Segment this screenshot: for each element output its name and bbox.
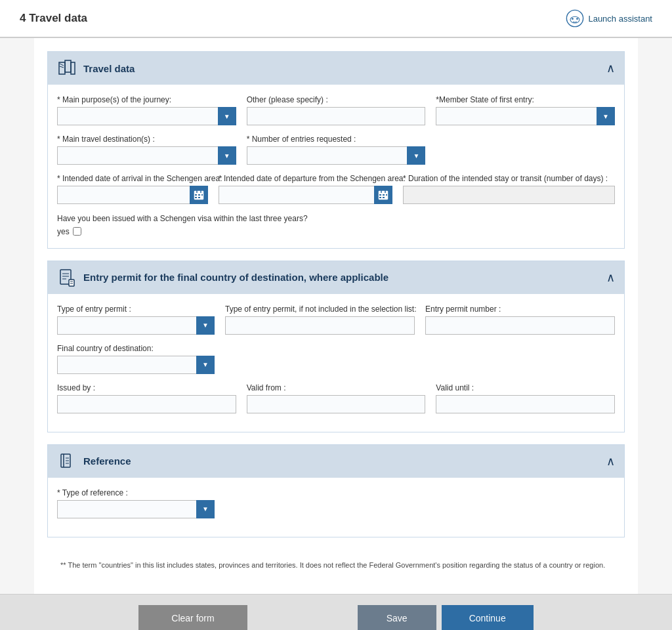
svg-rect-17: [379, 191, 388, 194]
launch-assistant-label: Launch assistant: [588, 14, 652, 24]
svg-rect-6: [71, 62, 75, 74]
final-country-select[interactable]: [57, 356, 215, 374]
member-state-select[interactable]: [436, 107, 615, 125]
type-of-permit-select[interactable]: [57, 316, 215, 335]
member-state-group: *Member State of first entry:: [436, 95, 615, 125]
duration-group: * Duration of the intended stay or trans…: [403, 174, 615, 204]
arrival-date-group: * Intended date of arrival in the Scheng…: [57, 174, 208, 204]
main-destination-group: * Main travel destination(s) :: [57, 135, 236, 165]
type-of-reference-label: * Type of reference :: [57, 488, 215, 497]
valid-from-input[interactable]: [247, 395, 426, 413]
main-purpose-group: * Main purpose(s) of the journey:: [57, 95, 236, 125]
other-specify-input[interactable]: [247, 107, 426, 125]
valid-until-label: Valid until :: [436, 383, 615, 392]
member-state-select-wrapper: [436, 107, 615, 125]
travel-data-collapse-button[interactable]: ∧: [606, 62, 615, 74]
duration-input[interactable]: [403, 186, 615, 204]
issued-by-input[interactable]: [57, 395, 236, 413]
yes-label-text: yes: [57, 227, 70, 236]
arrival-date-calendar-button[interactable]: [190, 186, 208, 204]
footnote: ** The term "countries" in this list inc…: [47, 549, 625, 581]
entry-permit-section-header: Entry permit for the final country of de…: [48, 261, 624, 294]
entry-permit-row-3: Issued by : Valid from : Valid until :: [57, 383, 615, 413]
svg-rect-22: [386, 194, 387, 196]
reference-collapse-button[interactable]: ∧: [606, 455, 615, 467]
type-of-permit-label: Type of entry permit :: [57, 304, 215, 314]
svg-rect-23: [379, 197, 381, 198]
entry-permit-title: Entry permit for the final country of de…: [83, 272, 388, 283]
departure-date-group: * Intended date of departure from the Sc…: [219, 174, 392, 204]
main-content: Travel data ∧ * Main purpose(s) of the j…: [34, 38, 638, 594]
issued-by-group: Issued by :: [57, 383, 236, 413]
valid-until-input[interactable]: [436, 395, 615, 413]
svg-rect-8: [194, 191, 203, 194]
arrival-date-wrapper: [57, 186, 208, 204]
issued-by-label: Issued by :: [57, 383, 236, 392]
continue-button[interactable]: Continue: [442, 605, 534, 630]
main-purpose-select-wrapper: [57, 107, 236, 125]
svg-rect-29: [69, 280, 74, 286]
travel-data-section: Travel data ∧ * Main purpose(s) of the j…: [47, 51, 625, 249]
type-of-reference-select[interactable]: [57, 500, 215, 518]
permit-number-group: Entry permit number :: [425, 304, 615, 335]
member-state-label: *Member State of first entry:: [436, 95, 615, 104]
reference-section: Reference ∧ * Type of reference :: [47, 444, 625, 537]
svg-rect-20: [379, 194, 381, 196]
svg-point-0: [567, 10, 583, 26]
other-specify-label: Other (please specify) :: [247, 95, 426, 104]
num-entries-label: * Number of entries requested :: [247, 135, 426, 144]
type-of-reference-select-wrapper: [57, 500, 215, 518]
permit-number-input[interactable]: [425, 316, 615, 335]
type-of-permit-select-wrapper: [57, 316, 215, 335]
departure-date-input[interactable]: [219, 186, 392, 204]
entry-permit-body: Type of entry permit : Type of entry per…: [48, 294, 624, 432]
svg-rect-15: [198, 197, 200, 198]
other-specify-input-wrapper: [247, 107, 426, 125]
type-not-in-list-label: Type of entry permit, if not included in…: [225, 304, 415, 314]
svg-rect-11: [195, 194, 197, 196]
travel-data-title: Travel data: [83, 63, 135, 74]
valid-from-group: Valid from :: [247, 383, 426, 413]
num-entries-select[interactable]: [247, 146, 426, 165]
footnote-text: ** The term "countries" in this list inc…: [60, 561, 605, 569]
entry-permit-section: Entry permit for the final country of de…: [47, 261, 625, 432]
main-purpose-select[interactable]: [57, 107, 236, 125]
departure-date-calendar-button[interactable]: [374, 186, 392, 204]
num-entries-group: * Number of entries requested :: [247, 135, 426, 165]
arrival-date-input[interactable]: [57, 186, 208, 204]
schengen-visa-question: Have you been issued with a Schengen vis…: [57, 213, 615, 224]
reference-section-header: Reference ∧: [48, 445, 624, 478]
type-not-in-list-group: Type of entry permit, if not included in…: [225, 304, 415, 335]
type-not-in-list-input[interactable]: [225, 316, 415, 335]
main-purpose-label: * Main purpose(s) of the journey:: [57, 95, 236, 104]
calendar-icon-2: [378, 190, 388, 200]
final-country-group: Final country of destination:: [57, 344, 215, 374]
reference-row-1: * Type of reference :: [57, 488, 615, 518]
final-country-select-wrapper: [57, 356, 215, 374]
svg-rect-21: [383, 194, 385, 196]
valid-until-group: Valid until :: [436, 383, 615, 413]
svg-rect-12: [198, 194, 200, 196]
final-country-label: Final country of destination:: [57, 344, 215, 353]
entry-permit-collapse-button[interactable]: ∧: [606, 272, 615, 284]
schengen-visa-row: Have you been issued with a Schengen vis…: [57, 213, 615, 236]
reference-title: Reference: [83, 455, 131, 467]
svg-rect-13: [201, 194, 203, 196]
svg-point-2: [572, 18, 574, 20]
type-of-permit-group: Type of entry permit :: [57, 304, 215, 335]
departure-date-label: * Intended date of departure from the Sc…: [219, 174, 392, 183]
yes-checkbox[interactable]: [73, 227, 81, 236]
clear-form-button[interactable]: Clear form: [138, 605, 247, 630]
svg-rect-24: [383, 197, 385, 198]
other-specify-group: Other (please specify) :: [247, 95, 426, 125]
main-destination-select[interactable]: [57, 146, 236, 165]
document-icon: [57, 268, 77, 287]
save-button[interactable]: Save: [358, 605, 436, 630]
departure-date-wrapper: [219, 186, 392, 204]
num-entries-select-wrapper: [247, 146, 426, 165]
svg-rect-5: [65, 60, 71, 72]
launch-assistant-button[interactable]: Launch assistant: [566, 9, 652, 28]
svg-point-3: [577, 18, 579, 20]
reference-icon: [57, 452, 77, 471]
travel-data-section-header: Travel data ∧: [48, 52, 624, 85]
